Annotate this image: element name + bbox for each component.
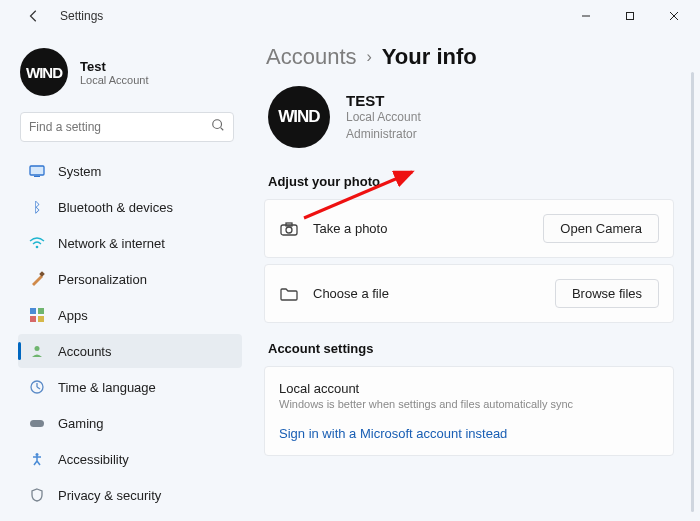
back-button[interactable] bbox=[20, 2, 48, 30]
local-account-subtitle: Windows is better when settings and file… bbox=[279, 398, 659, 410]
take-photo-card: Take a photo Open Camera bbox=[264, 199, 674, 258]
minimize-button[interactable] bbox=[564, 2, 608, 30]
svg-rect-13 bbox=[38, 316, 44, 322]
svg-rect-18 bbox=[30, 420, 44, 427]
svg-rect-1 bbox=[627, 13, 634, 20]
window-title: Settings bbox=[60, 9, 103, 23]
nav-label: Accounts bbox=[58, 344, 111, 359]
open-camera-button[interactable]: Open Camera bbox=[543, 214, 659, 243]
nav-privacy[interactable]: Privacy & security bbox=[18, 478, 242, 512]
nav-gaming[interactable]: Gaming bbox=[18, 406, 242, 440]
system-icon bbox=[28, 162, 46, 180]
nav-network[interactable]: Network & internet bbox=[18, 226, 242, 260]
person-icon bbox=[28, 342, 46, 360]
svg-point-14 bbox=[35, 346, 40, 351]
svg-rect-12 bbox=[30, 316, 36, 322]
nav-label: Time & language bbox=[58, 380, 156, 395]
profile-block: WIND TEST Local Account Administrator bbox=[268, 86, 674, 148]
nav: System ᛒBluetooth & devices Network & in… bbox=[18, 154, 242, 512]
svg-line-17 bbox=[37, 387, 40, 389]
nav-accounts[interactable]: Accounts bbox=[18, 334, 242, 368]
svg-point-4 bbox=[213, 120, 222, 129]
nav-accessibility[interactable]: Accessibility bbox=[18, 442, 242, 476]
nav-label: Accessibility bbox=[58, 452, 129, 467]
sidebar: WIND Test Local Account System ᛒBluetoot… bbox=[0, 32, 250, 521]
take-photo-label: Take a photo bbox=[313, 221, 529, 236]
search-icon bbox=[211, 118, 225, 136]
nav-bluetooth[interactable]: ᛒBluetooth & devices bbox=[18, 190, 242, 224]
avatar: WIND bbox=[268, 86, 330, 148]
account-settings-heading: Account settings bbox=[268, 341, 674, 356]
nav-apps[interactable]: Apps bbox=[18, 298, 242, 332]
user-name: Test bbox=[80, 59, 149, 74]
sign-in-ms-account-link[interactable]: Sign in with a Microsoft account instead bbox=[279, 426, 659, 441]
clock-icon bbox=[28, 378, 46, 396]
browse-files-button[interactable]: Browse files bbox=[555, 279, 659, 308]
bluetooth-icon: ᛒ bbox=[28, 198, 46, 216]
nav-label: Privacy & security bbox=[58, 488, 161, 503]
nav-label: System bbox=[58, 164, 101, 179]
local-account-card: Local account Windows is better when set… bbox=[264, 366, 674, 456]
chevron-right-icon: › bbox=[367, 48, 372, 66]
profile-acct-type: Local Account bbox=[346, 109, 421, 126]
svg-point-8 bbox=[36, 246, 39, 249]
folder-icon bbox=[279, 284, 299, 304]
choose-file-card: Choose a file Browse files bbox=[264, 264, 674, 323]
choose-file-label: Choose a file bbox=[313, 286, 541, 301]
profile-name: TEST bbox=[346, 92, 421, 109]
local-account-title: Local account bbox=[279, 381, 659, 396]
svg-rect-9 bbox=[39, 271, 45, 277]
apps-icon bbox=[28, 306, 46, 324]
avatar: WIND bbox=[20, 48, 68, 96]
maximize-button[interactable] bbox=[608, 2, 652, 30]
gaming-icon bbox=[28, 414, 46, 432]
breadcrumb: Accounts › Your info bbox=[266, 44, 674, 70]
search-box[interactable] bbox=[20, 112, 234, 142]
user-type: Local Account bbox=[80, 74, 149, 86]
profile-role: Administrator bbox=[346, 126, 421, 143]
sidebar-user[interactable]: WIND Test Local Account bbox=[20, 48, 242, 96]
nav-system[interactable]: System bbox=[18, 154, 242, 188]
nav-personalization[interactable]: Personalization bbox=[18, 262, 242, 296]
wifi-icon bbox=[28, 234, 46, 252]
breadcrumb-parent[interactable]: Accounts bbox=[266, 44, 357, 70]
svg-rect-11 bbox=[38, 308, 44, 314]
scrollbar[interactable] bbox=[691, 72, 694, 512]
search-input[interactable] bbox=[29, 120, 211, 134]
nav-label: Personalization bbox=[58, 272, 147, 287]
shield-icon bbox=[28, 486, 46, 504]
accessibility-icon bbox=[28, 450, 46, 468]
svg-line-5 bbox=[221, 128, 224, 131]
camera-icon bbox=[279, 219, 299, 239]
close-button[interactable] bbox=[652, 2, 696, 30]
nav-label: Gaming bbox=[58, 416, 104, 431]
svg-point-21 bbox=[286, 227, 292, 233]
svg-point-19 bbox=[36, 453, 39, 456]
svg-rect-10 bbox=[30, 308, 36, 314]
nav-label: Bluetooth & devices bbox=[58, 200, 173, 215]
nav-label: Network & internet bbox=[58, 236, 165, 251]
nav-time[interactable]: Time & language bbox=[18, 370, 242, 404]
breadcrumb-current: Your info bbox=[382, 44, 477, 70]
photo-heading: Adjust your photo bbox=[268, 174, 674, 189]
nav-label: Apps bbox=[58, 308, 88, 323]
svg-rect-6 bbox=[30, 166, 44, 175]
brush-icon bbox=[28, 270, 46, 288]
main-pane: Accounts › Your info WIND TEST Local Acc… bbox=[250, 32, 700, 521]
title-bar: Settings bbox=[0, 0, 700, 32]
